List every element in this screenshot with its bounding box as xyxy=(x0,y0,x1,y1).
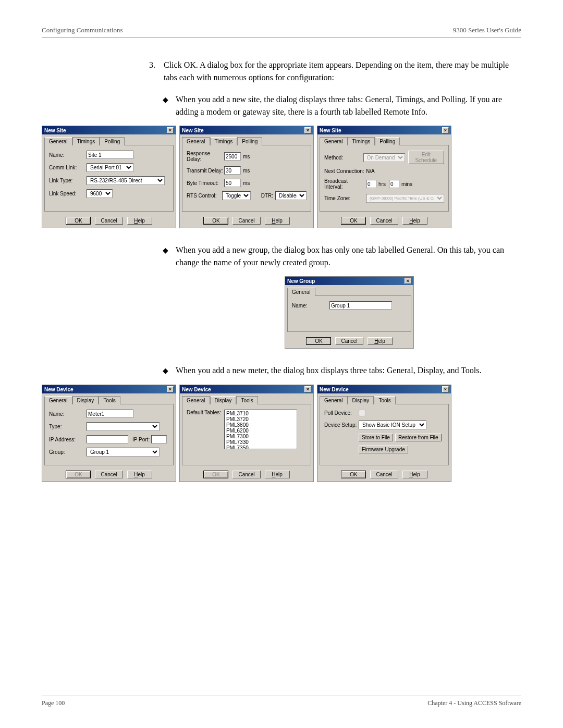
default-tables-listbox[interactable]: PML3710 PML3720 PML3800 PML6200 PML7300 … xyxy=(224,410,297,449)
help-button[interactable]: Help xyxy=(402,471,427,478)
name-field[interactable] xyxy=(87,151,133,159)
label-next-connection: Next Connection: xyxy=(324,168,366,174)
tab-polling[interactable]: Polling xyxy=(375,137,400,145)
header-right: 9300 Series User's Guide xyxy=(453,26,521,34)
cancel-button[interactable]: Cancel xyxy=(335,337,363,345)
next-connection-value: N/A xyxy=(366,168,375,174)
tab-general[interactable]: General xyxy=(320,137,348,145)
label-device-setup: Device Setup: xyxy=(324,422,359,428)
list-item[interactable]: PML6200 xyxy=(225,428,296,434)
store-to-file-button[interactable]: Store to File xyxy=(359,434,393,441)
tab-timings[interactable]: Timings xyxy=(72,137,100,145)
close-icon[interactable]: × xyxy=(304,386,311,392)
label-response-delay: Response Delay: xyxy=(187,151,224,162)
device-name-field[interactable] xyxy=(87,410,133,418)
label-name: Name: xyxy=(49,152,87,158)
list-item[interactable]: PML7300 xyxy=(225,434,296,439)
tab-general[interactable]: General xyxy=(182,137,210,145)
close-icon[interactable]: × xyxy=(405,278,411,284)
ip-field[interactable] xyxy=(87,435,128,443)
ok-button[interactable]: OK xyxy=(341,217,366,225)
tab-general[interactable]: General xyxy=(320,396,348,404)
transmit-delay-field[interactable] xyxy=(224,166,241,175)
label-poll-device: Poll Device: xyxy=(324,410,359,416)
step-number: 3. xyxy=(146,59,155,84)
label-linkspeed: Link Speed: xyxy=(49,191,87,196)
tab-display[interactable]: Display xyxy=(348,396,374,404)
dialog-title: New Site xyxy=(182,128,204,133)
dialog-title: New Device xyxy=(182,387,211,392)
ok-button: OK xyxy=(66,471,91,478)
dtr-select[interactable]: Disabled xyxy=(275,191,307,200)
ok-button[interactable]: OK xyxy=(66,217,91,225)
cancel-button[interactable]: Cancel xyxy=(232,471,260,478)
new-site-general-dialog: New Site × General Timings Polling Name:… xyxy=(42,126,176,228)
ok-button[interactable]: OK xyxy=(306,337,331,345)
tab-polling[interactable]: Polling xyxy=(100,137,125,145)
tab-general[interactable]: General xyxy=(287,288,315,296)
response-delay-field[interactable] xyxy=(224,152,241,161)
help-button[interactable]: Help xyxy=(368,337,393,345)
label-linktype: Link Type: xyxy=(49,178,87,183)
tab-polling[interactable]: Polling xyxy=(237,137,262,145)
device-setup-select[interactable]: Show Basic ION Setup xyxy=(359,421,426,429)
tab-timings[interactable]: Timings xyxy=(348,137,375,145)
tab-tools[interactable]: Tools xyxy=(236,396,258,404)
cancel-button[interactable]: Cancel xyxy=(95,471,123,478)
close-icon[interactable]: × xyxy=(304,127,311,133)
close-icon[interactable]: × xyxy=(442,386,449,392)
linkspeed-select[interactable]: 9600 xyxy=(87,189,113,198)
tab-tools[interactable]: Tools xyxy=(374,396,395,404)
list-item[interactable]: PML3710 xyxy=(225,411,296,416)
tab-display[interactable]: Display xyxy=(210,396,237,404)
mins-field[interactable] xyxy=(389,180,399,188)
label-dtr: DTR: xyxy=(261,193,273,199)
type-select[interactable] xyxy=(87,422,160,431)
cancel-button[interactable]: Cancel xyxy=(370,471,398,478)
page-header: Configuring Communications 9300 Series U… xyxy=(42,26,521,38)
cancel-button[interactable]: Cancel xyxy=(232,217,260,225)
tab-tools[interactable]: Tools xyxy=(99,396,120,404)
dialog-title: New Device xyxy=(44,387,74,392)
tab-timings[interactable]: Timings xyxy=(210,137,238,145)
tab-general[interactable]: General xyxy=(182,396,210,404)
list-item[interactable]: PML7350 xyxy=(225,445,296,449)
timezone-select: (GMT-08:00) Pacific Time (US & Canada); … xyxy=(366,194,444,203)
help-button[interactable]: Help xyxy=(127,471,152,478)
footer-page: Page 100 xyxy=(42,699,65,707)
rts-select[interactable]: Toggle xyxy=(222,191,251,200)
group-name-field[interactable] xyxy=(329,301,392,310)
close-icon[interactable]: × xyxy=(167,127,174,133)
close-icon[interactable]: × xyxy=(167,386,174,392)
linktype-select[interactable]: RS-232/RS-485 Direct xyxy=(87,176,165,185)
ok-button: OK xyxy=(203,471,228,478)
label-broadcast: Broadcast Interval: xyxy=(324,178,366,190)
list-item[interactable]: PML3800 xyxy=(225,422,296,428)
tab-display[interactable]: Display xyxy=(72,396,99,404)
help-button[interactable]: Help xyxy=(265,471,290,478)
ok-button[interactable]: OK xyxy=(341,471,366,478)
tab-general[interactable]: General xyxy=(44,137,72,145)
firmware-upgrade-button[interactable]: Firmware Upgrade xyxy=(359,446,408,453)
help-button[interactable]: Help xyxy=(402,217,427,225)
ipport-field[interactable] xyxy=(151,435,167,443)
tab-general[interactable]: General xyxy=(44,396,72,404)
group-select[interactable]: Group 1 xyxy=(87,448,160,456)
footer-chapter: Chapter 4 - Using ACCESS Software xyxy=(427,699,521,707)
close-icon[interactable]: × xyxy=(442,127,449,133)
list-item[interactable]: PML7330 xyxy=(225,439,296,445)
help-button[interactable]: Help xyxy=(265,217,290,225)
commlink-select[interactable]: Serial Port 01 xyxy=(87,163,133,172)
label-default-tables: Default Tables: xyxy=(187,410,224,415)
cancel-button[interactable]: Cancel xyxy=(370,217,398,225)
cancel-button[interactable]: Cancel xyxy=(95,217,123,225)
label-transmit-delay: Transmit Delay: xyxy=(187,168,224,174)
restore-from-file-button[interactable]: Restore from File xyxy=(395,434,442,441)
label-rts: RTS Control: xyxy=(187,193,222,199)
ok-button[interactable]: OK xyxy=(203,217,228,225)
help-button[interactable]: Help xyxy=(127,217,152,225)
list-item[interactable]: PML3720 xyxy=(225,416,296,422)
hrs-field[interactable] xyxy=(366,180,376,188)
byte-timeout-field[interactable] xyxy=(224,179,241,187)
site-dialogs-row: New Site × General Timings Polling Name:… xyxy=(42,126,521,228)
